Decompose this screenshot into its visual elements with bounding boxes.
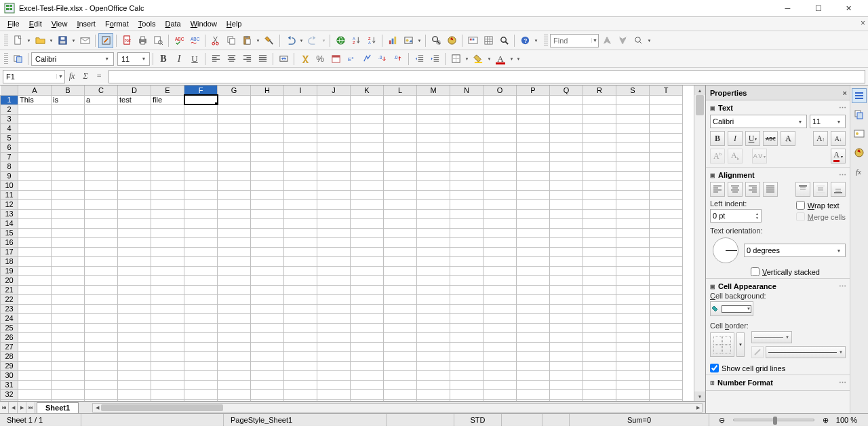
row-header[interactable]: 14	[1, 218, 18, 228]
percent-button[interactable]: %	[313, 52, 328, 66]
gallery-button[interactable]	[465, 33, 480, 48]
cell[interactable]	[550, 332, 583, 342]
cell[interactable]	[384, 133, 417, 142]
standard-format-button[interactable]	[359, 52, 374, 66]
cell[interactable]	[184, 190, 218, 199]
menu-help[interactable]: Help	[222, 18, 247, 29]
cell[interactable]	[18, 351, 52, 361]
cell[interactable]	[151, 304, 184, 313]
cell[interactable]	[118, 351, 151, 361]
cell[interactable]	[184, 266, 218, 275]
cell[interactable]	[251, 332, 284, 342]
cell[interactable]	[284, 95, 317, 104]
cell[interactable]	[184, 351, 218, 361]
cell[interactable]	[218, 199, 251, 209]
autospell-button[interactable]: ABC	[187, 33, 202, 48]
zoom-out-icon[interactable]: ⊖	[716, 416, 728, 425]
cell[interactable]	[251, 313, 284, 323]
cell[interactable]	[351, 190, 384, 199]
cell[interactable]	[317, 275, 351, 285]
cell[interactable]	[18, 342, 52, 351]
cell[interactable]	[450, 190, 484, 199]
cell[interactable]	[52, 294, 85, 304]
cell[interactable]	[484, 361, 517, 370]
cell[interactable]	[317, 370, 351, 380]
merge-cells-checkbox[interactable]: Merge cells	[796, 212, 846, 221]
cell[interactable]: This	[18, 95, 52, 104]
cell[interactable]	[151, 332, 184, 342]
vertical-scrollbar[interactable]: ▲ ▼	[694, 85, 705, 401]
cell[interactable]	[18, 380, 52, 389]
menu-edit[interactable]: Edit	[24, 18, 47, 29]
row-header[interactable]: 22	[1, 294, 18, 304]
cell[interactable]	[251, 171, 284, 180]
cell[interactable]	[517, 389, 550, 399]
cell[interactable]	[450, 370, 484, 380]
section-alignment-header[interactable]: ▣Alignment⋯	[710, 170, 846, 180]
cell[interactable]	[650, 209, 683, 218]
cell[interactable]	[550, 180, 583, 190]
cell[interactable]	[384, 285, 417, 294]
cell[interactable]	[52, 152, 85, 161]
cell[interactable]	[52, 237, 85, 247]
cell[interactable]	[251, 266, 284, 275]
cell[interactable]	[583, 180, 616, 190]
find-overflow[interactable]: ▼	[646, 33, 652, 48]
cell[interactable]	[18, 218, 52, 228]
cell[interactable]	[85, 152, 118, 161]
cell[interactable]	[18, 209, 52, 218]
cell[interactable]	[351, 313, 384, 323]
cell[interactable]	[151, 380, 184, 389]
cell[interactable]	[517, 180, 550, 190]
cell[interactable]	[218, 237, 251, 247]
cell[interactable]	[583, 275, 616, 285]
cell[interactable]	[450, 114, 484, 123]
cell[interactable]	[18, 142, 52, 152]
row-header[interactable]: 19	[1, 266, 18, 275]
cell[interactable]	[616, 95, 650, 104]
cell[interactable]	[52, 228, 85, 237]
cell[interactable]	[18, 104, 52, 114]
cell[interactable]	[85, 256, 118, 266]
cell[interactable]	[384, 313, 417, 323]
cell[interactable]	[484, 275, 517, 285]
cell[interactable]	[218, 275, 251, 285]
cell[interactable]	[417, 237, 450, 247]
cell[interactable]	[616, 161, 650, 171]
cell[interactable]	[218, 171, 251, 180]
bgcolor-button[interactable]	[471, 52, 486, 66]
cell[interactable]	[284, 190, 317, 199]
row-header[interactable]: 9	[1, 171, 18, 180]
row-header[interactable]: 2	[1, 104, 18, 114]
border-preset-dropdown[interactable]: ▼	[736, 332, 745, 357]
cell[interactable]	[218, 95, 251, 104]
cell[interactable]	[351, 228, 384, 237]
cell[interactable]	[284, 313, 317, 323]
find-all-button[interactable]	[631, 33, 646, 48]
cell[interactable]	[616, 142, 650, 152]
cell[interactable]	[616, 351, 650, 361]
sidebar-close-icon[interactable]: ×	[843, 89, 847, 97]
cell[interactable]	[550, 104, 583, 114]
cell[interactable]	[251, 199, 284, 209]
row-header[interactable]: 3	[1, 114, 18, 123]
cell[interactable]	[450, 275, 484, 285]
cell[interactable]	[650, 95, 683, 104]
cell[interactable]	[251, 161, 284, 171]
cell[interactable]	[384, 209, 417, 218]
row-header[interactable]: 20	[1, 275, 18, 285]
cell[interactable]	[517, 237, 550, 247]
sheet-tab[interactable]: Sheet1	[37, 402, 79, 413]
redo-dropdown[interactable]: ▼	[321, 33, 327, 48]
cell[interactable]	[218, 370, 251, 380]
row-header[interactable]: 18	[1, 256, 18, 266]
cell[interactable]	[417, 361, 450, 370]
cell[interactable]	[284, 152, 317, 161]
print-preview-button[interactable]	[151, 33, 165, 48]
sb-align-justify[interactable]	[763, 182, 778, 197]
cell[interactable]	[650, 104, 683, 114]
col-header[interactable]: P	[517, 85, 550, 95]
cell[interactable]	[550, 133, 583, 142]
row-header[interactable]: 11	[1, 190, 18, 199]
cell[interactable]	[85, 332, 118, 342]
